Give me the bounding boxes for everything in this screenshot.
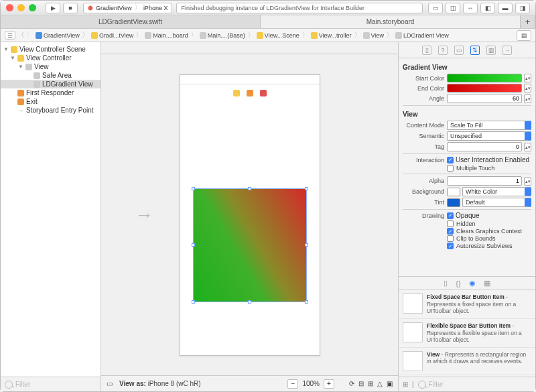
zoom-out-button[interactable]: − [287,379,298,389]
alpha-step[interactable]: ▴▾ [524,177,531,186]
tint-color-well[interactable] [447,198,460,207]
angle-step[interactable]: ▴▾ [524,94,531,103]
library-item-fixed-space[interactable]: Fixed Space Bar Button Item - Represents… [399,290,535,319]
content-mode-popup[interactable]: Scale To Fill [447,121,531,130]
outline-tree: ▼View Controller Scene ▼View Controller … [1,42,100,117]
related-items-icon[interactable]: ☰ [5,31,15,40]
tag-field[interactable] [447,142,522,151]
clears-context-checkbox[interactable]: ✓ [447,228,454,235]
zoom-value[interactable]: 100% [302,380,320,387]
jump-file[interactable]: Main....board [145,32,188,39]
end-color-step[interactable]: ▴▾ [524,84,531,92]
tag-step[interactable]: ▴▾ [524,143,531,151]
inspector-tabs: ▯ ? ▭ ⇅ ▥ → [399,42,535,58]
filter-input[interactable]: Filter [15,381,30,388]
scene-frame[interactable] [180,74,320,356]
tree-view-controller[interactable]: ▼View Controller [1,54,100,62]
forward-button[interactable]: 〉 [27,31,33,40]
jump-folder[interactable]: Gradi...tView [91,32,133,39]
autoresize-checkbox[interactable]: ✓ [447,243,454,249]
tree-scene[interactable]: ▼View Controller Scene [1,45,100,54]
toggle-navigator[interactable]: ◧ [480,3,495,13]
background-color-well[interactable] [447,188,460,196]
jump-scene[interactable]: View...Scene [257,32,299,39]
tree-view[interactable]: ▼View [1,62,100,71]
tree-entry-point[interactable]: →Storyboard Entry Point [1,106,100,115]
tree-first-responder[interactable]: First Responder [1,88,100,97]
device-config-icon[interactable]: ▭ [107,380,113,387]
jump-view[interactable]: View [363,32,384,39]
filter-icon [418,381,426,389]
close-button[interactable] [6,4,13,11]
jump-controller[interactable]: View...troller [311,32,352,39]
tree-safe-area[interactable]: Safe Area [1,71,100,80]
object-library: ▯ {} ◉ ▦ Fixed Space Bar Button Item - R… [399,276,535,377]
library-filter-input[interactable]: Filter [429,381,444,388]
constraints-pin-icon[interactable]: ⊞ [368,380,373,387]
start-color-well[interactable] [447,74,522,82]
opaque-checkbox[interactable]: ✓ [447,212,454,219]
section-view: View [403,108,531,119]
background-popup[interactable]: White Color [462,187,531,196]
new-tab-button[interactable]: + [521,15,535,28]
tree-gradient-view[interactable]: LDGradient View [1,80,100,88]
scene-dock-exit-icon[interactable] [260,90,267,96]
end-color-well[interactable] [447,84,522,92]
tab-swift-file[interactable]: LDGradientView.swift [1,15,261,28]
semantic-popup[interactable]: Unspecified [447,131,531,141]
tree-exit[interactable]: Exit [1,97,100,106]
scene-dock-vc-icon[interactable] [233,90,240,96]
lib-tab-code[interactable]: {} [456,279,460,287]
inspector-panel: ▯ ? ▭ ⇅ ▥ → Gradient View Start Color▴▾ … [398,42,535,391]
jump-leaf[interactable]: LDGradient View [395,32,449,39]
toggle-inspector[interactable]: ◨ [515,3,530,13]
lib-tab-media[interactable]: ▦ [484,279,490,287]
activity-status: Finished debugging instance of LDGradien… [176,3,423,13]
attributes-inspector: Gradient View Start Color▴▾ End Color▴▾ … [399,58,535,276]
library-item-view[interactable]: View - Represents a rectangular region i… [399,348,535,375]
multiple-touch-checkbox[interactable] [447,165,454,172]
canvas-viewport[interactable]: → [101,54,398,375]
jump-project[interactable]: GradientView [36,32,80,39]
connections-inspector-tab[interactable]: → [503,46,512,55]
lib-tab-files[interactable]: ▯ [444,279,448,287]
ib-canvas: → ▭ Vi [101,42,398,391]
scene-dock-responder-icon[interactable] [247,90,253,96]
run-button[interactable]: ▶ [46,3,60,13]
lib-tab-objects[interactable]: ◉ [469,279,476,287]
scheme-selector[interactable]: ⬢ GradientView 〉 iPhone X [83,3,172,13]
filter-icon [5,381,13,389]
editor-mode-standard[interactable]: ▭ [428,3,443,13]
help-inspector-tab[interactable]: ? [438,46,448,55]
tab-storyboard[interactable]: Main.storyboard [261,15,521,28]
back-button[interactable]: 〈 [18,31,24,40]
constraints-update-icon[interactable]: ⟳ [349,380,354,387]
entry-arrow-icon: → [135,204,153,226]
jump-base[interactable]: Main....(Base) [200,32,245,39]
file-inspector-tab[interactable]: ▯ [422,46,431,55]
editor-mode-version[interactable]: ↔ [463,3,478,13]
user-interaction-checkbox[interactable]: ✓ [447,157,454,164]
library-item-flexible-space[interactable]: Flexible Space Bar Button Item - Represe… [399,319,535,348]
alpha-field[interactable] [447,176,522,186]
zoom-in-button[interactable]: + [324,379,334,389]
editor-mode-assistant[interactable]: ◫ [446,3,460,13]
minimize-button[interactable] [17,4,25,11]
stop-button[interactable]: ■ [63,3,78,13]
library-grid-icon[interactable]: ⊞ [403,381,408,388]
constraints-embed-icon[interactable]: ▣ [387,380,393,387]
size-inspector-tab[interactable]: ▥ [486,46,496,55]
clip-bounds-checkbox[interactable] [447,235,454,242]
toggle-debug[interactable]: ▬ [498,3,513,13]
angle-field[interactable] [447,94,522,103]
zoom-button[interactable] [29,4,36,11]
start-color-step[interactable]: ▴▾ [524,74,531,82]
constraints-align-icon[interactable]: ⊟ [358,380,364,387]
hidden-checkbox[interactable] [447,220,454,227]
gradient-view-selected[interactable] [194,189,306,302]
attributes-inspector-tab[interactable]: ⇅ [470,46,480,55]
document-outline-toggle[interactable]: ▤ [517,30,531,41]
tint-popup[interactable]: Default [462,198,531,207]
constraints-resolve-icon[interactable]: △ [377,380,383,387]
identity-inspector-tab[interactable]: ▭ [454,46,464,55]
